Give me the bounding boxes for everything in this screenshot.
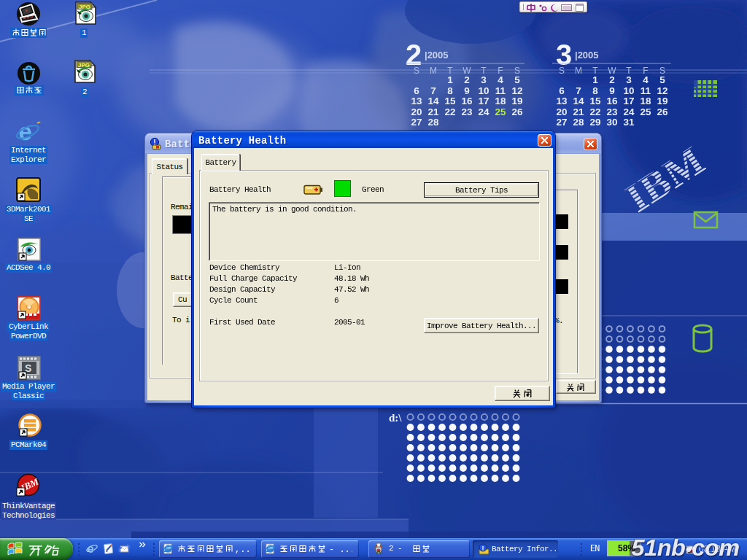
svg-text:e: e (19, 120, 32, 145)
svg-text:d:\: d:\ (389, 412, 402, 424)
svg-text:12: 12 (511, 85, 522, 96)
svg-text:16: 16 (461, 96, 473, 106)
svg-text:19: 19 (511, 96, 522, 106)
svg-text:13: 13 (556, 96, 568, 106)
svg-text:5: 5 (659, 74, 665, 85)
svg-text:|2005: |2005 (425, 50, 449, 61)
svg-text:6: 6 (559, 85, 565, 96)
svg-text:20: 20 (556, 106, 567, 117)
svg-text:10: 10 (623, 85, 634, 96)
svg-text:M: M (430, 66, 437, 76)
svg-text:6: 6 (414, 85, 419, 96)
svg-text:12: 12 (657, 85, 667, 96)
svg-text:8: 8 (592, 85, 598, 96)
svg-text:8: 8 (447, 85, 453, 96)
svg-text:23: 23 (461, 106, 473, 117)
svg-text:28: 28 (427, 117, 439, 128)
svg-text:26: 26 (657, 106, 668, 117)
svg-text:10: 10 (478, 85, 489, 96)
svg-text:22: 22 (444, 106, 455, 117)
svg-text:26: 26 (511, 106, 523, 117)
svg-text:20: 20 (411, 106, 422, 117)
svg-text:24: 24 (478, 106, 489, 117)
svg-text:16: 16 (606, 96, 618, 106)
svg-text:27: 27 (411, 117, 422, 128)
svg-text:29: 29 (589, 117, 600, 128)
svg-text:3: 3 (626, 74, 632, 85)
svg-text:2: 2 (464, 74, 470, 85)
svg-text:18: 18 (640, 96, 651, 106)
svg-text:17: 17 (623, 96, 634, 106)
svg-text:1: 1 (447, 74, 453, 85)
svg-text:17: 17 (478, 96, 489, 106)
svg-text:14: 14 (427, 96, 439, 106)
svg-text:,...: ,... (235, 545, 250, 554)
svg-text:|2005: |2005 (575, 50, 599, 61)
svg-text:7: 7 (576, 85, 581, 96)
svg-text:11: 11 (495, 85, 506, 96)
svg-text:S: S (414, 66, 419, 76)
svg-text:!: ! (482, 545, 484, 552)
svg-text:3: 3 (481, 74, 487, 85)
svg-text:31: 31 (623, 117, 635, 128)
svg-text:22: 22 (589, 106, 600, 117)
svg-text:13: 13 (411, 96, 422, 106)
svg-text:30: 30 (606, 117, 617, 128)
svg-text:25: 25 (495, 106, 506, 117)
svg-text:24: 24 (623, 106, 635, 117)
svg-text:4: 4 (643, 74, 649, 85)
svg-text:18: 18 (495, 96, 506, 106)
svg-text:e: e (88, 542, 94, 555)
svg-text:14: 14 (573, 96, 584, 106)
svg-text:15: 15 (589, 96, 601, 106)
svg-text:27: 27 (556, 117, 567, 128)
svg-text:19: 19 (657, 96, 667, 106)
svg-text:M: M (575, 66, 582, 76)
svg-text:5: 5 (514, 74, 520, 85)
svg-text:2: 2 (609, 74, 615, 85)
svg-text:21: 21 (573, 106, 584, 117)
svg-text:21: 21 (427, 106, 439, 117)
svg-text:- ....: - .... (329, 545, 352, 554)
svg-text:JPG: JPG (79, 4, 90, 10)
svg-text:7: 7 (430, 85, 436, 96)
svg-text:JPG: JPG (78, 62, 90, 69)
svg-text:28: 28 (573, 117, 584, 128)
svg-text:1: 1 (592, 74, 598, 85)
svg-text:S: S (559, 66, 565, 76)
svg-text:15: 15 (444, 96, 456, 106)
svg-text:4: 4 (498, 74, 503, 85)
svg-text:23: 23 (606, 106, 618, 117)
svg-text:25: 25 (640, 106, 651, 117)
svg-text:11: 11 (640, 85, 651, 96)
svg-text:9: 9 (464, 85, 470, 96)
svg-text:9: 9 (609, 85, 615, 96)
